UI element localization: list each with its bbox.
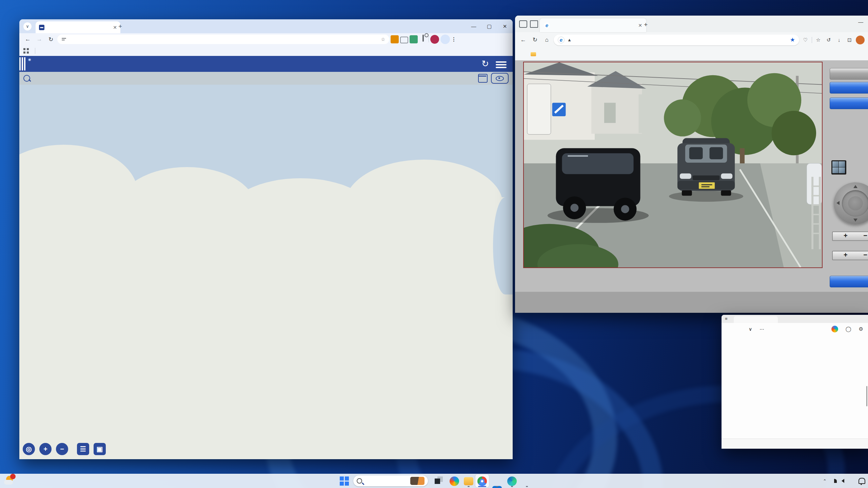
active-indicator: [478, 486, 486, 487]
relaunch-update-button[interactable]: [440, 35, 450, 44]
extensions-puzzle-icon[interactable]: [422, 35, 424, 42]
camera-video[interactable]: [523, 62, 823, 268]
5s-extension-icon[interactable]: [410, 35, 418, 43]
profile-avatar[interactable]: [856, 36, 865, 44]
maximize-button[interactable]: ▢: [481, 19, 497, 33]
edge-toolbar: ← ↻ ⌂ e ▲ ★ ♡ ☆ ↺ ↓ ⊡: [515, 32, 868, 47]
start-button[interactable]: [340, 476, 349, 486]
more-menu-icon[interactable]: ⋯: [760, 326, 764, 332]
scrollbar[interactable]: [866, 386, 867, 406]
chrome-toolbar: ← → ↻ ☆ ⋮: [19, 33, 513, 45]
tab-search-chevron-icon[interactable]: ∨: [23, 22, 32, 30]
address-bar[interactable]: e ▲ ★: [554, 35, 799, 45]
file-explorer-icon[interactable]: [464, 477, 473, 485]
home-icon[interactable]: ⌂: [542, 37, 552, 43]
zoom-out-button[interactable]: −: [56, 443, 68, 455]
copilot-icon[interactable]: [831, 326, 838, 332]
minimize-button[interactable]: —: [858, 19, 863, 25]
kawabou-header: ↻: [19, 56, 513, 72]
edge-taskbar-icon[interactable]: [507, 476, 517, 486]
downloads-icon[interactable]: ↓: [835, 37, 843, 43]
taskbar: [0, 474, 868, 488]
browser-essentials-icon[interactable]: ♡: [801, 37, 810, 43]
tab-overview-icon[interactable]: ≡: [725, 316, 728, 321]
other-favorites-folder[interactable]: [531, 52, 538, 56]
rebates-icon[interactable]: ⊡: [845, 37, 854, 43]
dvr-connect-button[interactable]: [830, 68, 868, 80]
divider: [812, 37, 812, 43]
running-indicator: [511, 486, 513, 487]
focus-slider[interactable]: +−: [832, 251, 868, 260]
back-icon[interactable]: ←: [23, 36, 33, 43]
dvr-disconnect-button[interactable]: [830, 82, 868, 94]
notepad-status-bar: [722, 439, 868, 449]
camera-layer-button[interactable]: ▣: [94, 443, 106, 455]
zoom-slider[interactable]: +−: [832, 231, 868, 241]
weather-widget[interactable]: [3, 475, 18, 487]
chrome-menu-icon[interactable]: ⋮: [451, 36, 456, 42]
volume-icon[interactable]: [842, 479, 844, 483]
taskbar-search[interactable]: [353, 475, 428, 486]
river-map[interactable]: ◎ + − ☰ ▣: [19, 85, 513, 459]
running-indicator: [526, 486, 528, 487]
forward-icon[interactable]: →: [34, 36, 44, 43]
cast-extension-icon[interactable]: [400, 37, 408, 43]
tab-actions-icon[interactable]: [530, 20, 538, 28]
notification-bell-icon[interactable]: [859, 478, 865, 484]
weather-icon: [3, 475, 15, 487]
apps-grid-icon[interactable]: [23, 48, 29, 54]
notepad-menu-bar: ∨ ⋯ ◯ ⚙: [722, 323, 868, 335]
edge-window: e ✕ + — ← ↻ ⌂ e ▲ ★ ♡ ☆ ↺ ↓ ⊡: [515, 16, 868, 313]
reload-icon[interactable]: ↻: [46, 36, 56, 43]
chrome-active-tab[interactable]: ✕: [36, 21, 120, 33]
exif-extension-icon[interactable]: [391, 35, 399, 43]
account-icon[interactable]: ◯: [846, 326, 851, 332]
running-indicator: [468, 486, 470, 487]
task-view-icon[interactable]: [435, 476, 444, 486]
network-icon[interactable]: [831, 479, 837, 483]
reload-icon[interactable]: ↻: [530, 36, 540, 43]
agency-name: [28, 57, 32, 61]
minimize-button[interactable]: —: [466, 19, 481, 33]
style-dropdown[interactable]: ∨: [749, 326, 752, 332]
mlit-logo-icon: [19, 57, 25, 70]
settings-gear-icon[interactable]: ⚙: [859, 326, 863, 332]
visibility-eye-button[interactable]: [491, 73, 509, 84]
zoom-in-button[interactable]: +: [39, 443, 52, 455]
copilot-icon[interactable]: [450, 476, 459, 486]
refresh-icon[interactable]: ↻: [481, 59, 489, 69]
dvr-play-button[interactable]: [830, 98, 868, 109]
workspaces-icon[interactable]: [519, 20, 527, 28]
divider: [429, 36, 429, 42]
bookmark-star-icon[interactable]: ☆: [381, 37, 385, 42]
quad-view-icon[interactable]: [831, 160, 846, 175]
back-icon[interactable]: ←: [518, 37, 528, 43]
chrome-bookmarks-bar: [19, 45, 513, 56]
locate-button[interactable]: ◎: [23, 443, 35, 455]
calendar-icon[interactable]: [478, 74, 488, 83]
new-tab-button[interactable]: +: [118, 23, 122, 30]
edge-favorites-bar: [515, 47, 868, 60]
dvr-end-button[interactable]: [830, 276, 868, 287]
favorites-icon[interactable]: ☆: [814, 37, 823, 43]
new-tab-button[interactable]: +: [644, 21, 648, 28]
close-button[interactable]: ✕: [497, 19, 513, 33]
chrome-taskbar-icon[interactable]: [477, 476, 487, 486]
ptz-joystick[interactable]: [834, 182, 868, 224]
divider: [35, 48, 35, 54]
tab-close-icon[interactable]: ✕: [638, 23, 642, 28]
profile-avatar[interactable]: [430, 35, 439, 44]
tab-close-icon[interactable]: ✕: [113, 25, 117, 30]
history-icon[interactable]: ↺: [825, 37, 833, 43]
notepad-tab[interactable]: [734, 316, 778, 323]
ie-mode-icon: e: [558, 37, 565, 43]
address-bar[interactable]: ☆: [57, 35, 389, 44]
edge-active-tab[interactable]: e ✕: [540, 18, 646, 32]
favorite-star-icon[interactable]: ★: [790, 36, 795, 43]
site-info-icon[interactable]: [61, 37, 67, 42]
notepad-text-area[interactable]: [722, 335, 868, 439]
menu-burger-icon[interactable]: [496, 60, 507, 69]
site-favicon: [39, 25, 44, 30]
legend-list-button[interactable]: ☰: [77, 443, 89, 455]
hidden-icons-chevron[interactable]: ⌃: [823, 479, 827, 484]
